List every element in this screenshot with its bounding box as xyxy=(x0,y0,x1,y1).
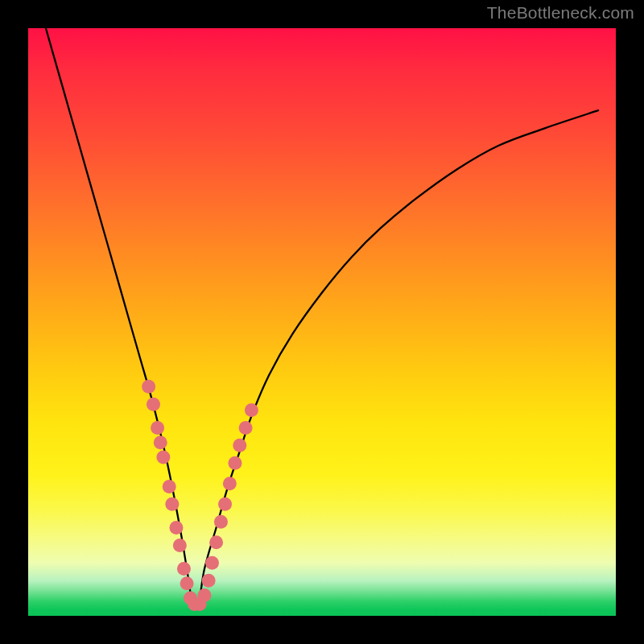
data-dot xyxy=(233,439,246,452)
plot-area xyxy=(28,28,616,616)
watermark-text: TheBottleneck.com xyxy=(487,3,634,23)
data-dot xyxy=(180,576,194,590)
data-dot xyxy=(165,497,179,511)
data-dot xyxy=(163,480,176,493)
data-dot xyxy=(177,562,191,576)
data-dot xyxy=(169,521,183,535)
data-dot xyxy=(205,556,219,570)
data-dot xyxy=(156,450,170,464)
data-dot xyxy=(245,403,258,417)
chart-svg xyxy=(28,28,616,616)
data-dot xyxy=(154,436,167,449)
dots-group xyxy=(142,380,258,611)
data-dot xyxy=(198,588,212,602)
data-dot xyxy=(228,456,242,470)
data-dot xyxy=(173,539,187,552)
data-dot xyxy=(151,421,164,435)
data-dot xyxy=(239,421,253,435)
chart-frame: TheBottleneck.com xyxy=(0,0,644,644)
data-dot xyxy=(218,497,232,511)
bottleneck-curve xyxy=(46,28,598,609)
data-dot xyxy=(223,477,237,490)
data-dot xyxy=(142,380,155,394)
data-dot xyxy=(147,398,160,411)
data-dot xyxy=(202,574,216,588)
data-dot xyxy=(214,515,228,529)
data-dot xyxy=(209,535,223,549)
